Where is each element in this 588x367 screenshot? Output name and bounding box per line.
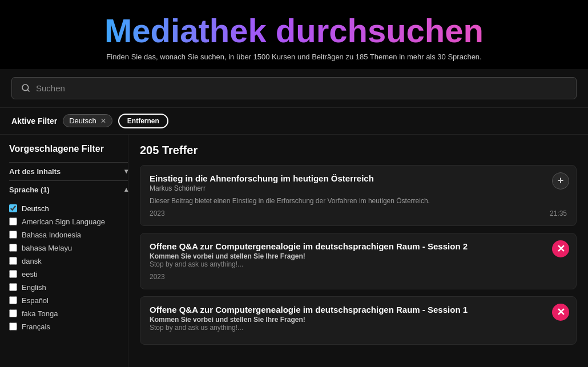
card-title: Offene Q&A zur Computergenealogie im deu… xyxy=(150,305,567,314)
card-footer: 202321:35 xyxy=(150,209,567,217)
header-subtitle: Finden Sie das, wonach Sie suchen, in üb… xyxy=(11,53,577,61)
page-title: Mediathek durchsuchen xyxy=(11,13,577,49)
main-layout: Vorgeschlagene Filter Art des Inhalts ▾ … xyxy=(0,135,588,367)
language-item[interactable]: Español xyxy=(9,294,128,307)
sprache-filter-header[interactable]: Sprache (1) ▴ xyxy=(9,180,128,199)
page-header: Mediathek durchsuchen Finden Sie das, wo… xyxy=(0,0,588,69)
card-remove-button[interactable]: ✕ xyxy=(552,240,569,257)
card-description: Kommen Sie vorbei und stellen Sie Ihre F… xyxy=(150,252,567,268)
active-filter-bar: Aktive Filter Deutsch ✕ Entfernen xyxy=(0,108,588,135)
content-area: 205 Treffer Einstieg in die Ahnenforschu… xyxy=(128,135,588,367)
result-card: Offene Q&A zur Computergenealogie im deu… xyxy=(140,296,577,345)
content-type-filter-header[interactable]: Art des Inhalts ▾ xyxy=(9,162,128,180)
card-footer: 2023 xyxy=(150,273,567,281)
search-icon xyxy=(21,83,30,92)
filter-tag-deutsch[interactable]: Deutsch ✕ xyxy=(63,114,112,127)
results-count: 205 Treffer xyxy=(140,144,577,157)
search-input[interactable] xyxy=(36,83,567,93)
card-description: Kommen Sie vorbei und stellen Sie Ihre F… xyxy=(150,316,567,332)
card-add-button[interactable]: + xyxy=(552,172,569,189)
search-bar xyxy=(11,77,577,99)
language-item[interactable]: Deutsch xyxy=(9,202,128,215)
sidebar-title: Vorgeschlagene Filter xyxy=(9,144,128,154)
filter-tag-close-icon[interactable]: ✕ xyxy=(100,117,106,125)
language-item[interactable]: dansk xyxy=(9,255,128,268)
card-author: Markus Schönherr xyxy=(150,184,567,192)
language-item[interactable]: American Sign Language xyxy=(9,215,128,228)
card-title: Offene Q&A zur Computergenealogie im deu… xyxy=(150,241,567,251)
language-item[interactable]: eesti xyxy=(9,268,128,281)
svg-line-1 xyxy=(27,90,29,91)
language-item[interactable]: English xyxy=(9,281,128,294)
card-description: Dieser Beitrag bietet einen Einstieg in … xyxy=(150,197,567,205)
active-filter-label: Aktive Filter xyxy=(11,116,57,126)
card-year: 2023 xyxy=(150,209,165,217)
sidebar: Vorgeschlagene Filter Art des Inhalts ▾ … xyxy=(0,135,128,367)
card-duration: 21:35 xyxy=(550,209,567,217)
result-card: Einstieg in die Ahnenforschung im heutig… xyxy=(140,165,577,226)
chevron-down-icon: ▾ xyxy=(124,167,128,175)
cards-container: Einstieg in die Ahnenforschung im heutig… xyxy=(140,165,577,345)
language-list: DeutschAmerican Sign LanguageBahasa Indo… xyxy=(9,202,128,333)
card-title: Einstieg in die Ahnenforschung im heutig… xyxy=(150,174,567,183)
search-bar-container xyxy=(0,69,588,108)
language-item[interactable]: Bahasa Indonesia xyxy=(9,228,128,241)
card-remove-button[interactable]: ✕ xyxy=(552,304,569,321)
result-card: Offene Q&A zur Computergenealogie im deu… xyxy=(140,233,577,289)
language-item[interactable]: Français xyxy=(9,320,128,333)
language-item[interactable]: bahasa Melayu xyxy=(9,241,128,255)
card-year: 2023 xyxy=(150,273,165,281)
remove-filter-button[interactable]: Entfernen xyxy=(118,114,168,128)
language-item[interactable]: faka Tonga xyxy=(9,307,128,320)
chevron-up-icon: ▴ xyxy=(124,185,128,193)
